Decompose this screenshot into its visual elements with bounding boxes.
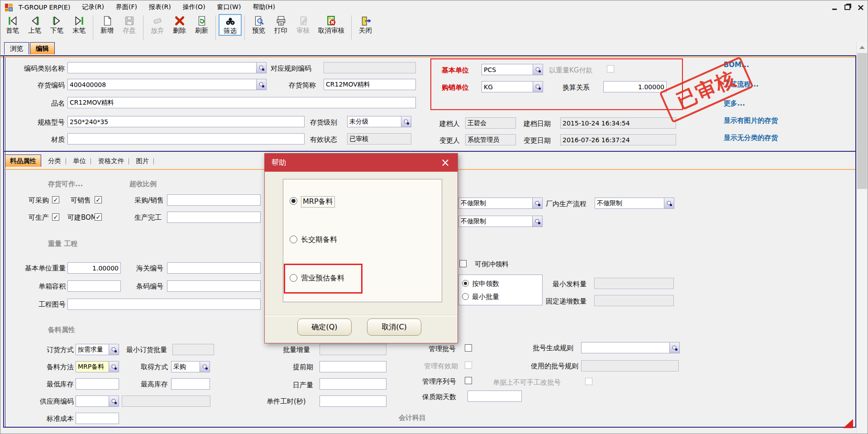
barcode-field[interactable] — [167, 280, 261, 292]
inv-code-field[interactable]: 400400008 — [67, 79, 267, 90]
subtab-image[interactable]: 图片 — [131, 155, 153, 167]
factory-flow-field[interactable]: 不做限制 — [595, 198, 674, 209]
close-button[interactable]: 关闭 — [354, 14, 377, 35]
base-unit-field[interactable]: PCS — [482, 64, 543, 75]
link-show-with-images[interactable]: 显示有图片的存货 — [724, 116, 778, 125]
min-stock-field[interactable] — [76, 378, 119, 390]
subtab-unit[interactable]: 单位 — [68, 155, 91, 167]
tab-browse[interactable]: 浏览 — [4, 42, 29, 54]
restore-button[interactable] — [842, 3, 852, 11]
vertical-scrollbar[interactable] — [856, 42, 868, 434]
bomable-checkbox[interactable] — [95, 213, 102, 221]
dialog-ok-button[interactable]: 确定(Q) — [297, 318, 352, 336]
menu-record[interactable]: 记录(R) — [76, 3, 110, 11]
filter-button[interactable]: 筛选 — [219, 14, 242, 36]
minimize-button[interactable] — [830, 3, 839, 11]
min-batch-radio[interactable] — [462, 293, 469, 300]
dialog-title-bar[interactable]: 帮助 — [265, 154, 458, 172]
lookup-icon[interactable] — [109, 396, 119, 406]
preview-button[interactable]: 预览 — [248, 14, 270, 35]
shelf-days-field[interactable] — [467, 391, 522, 402]
purchase-sale-field[interactable] — [167, 194, 261, 206]
subtab-item-attrs[interactable]: 料品属性 — [5, 154, 41, 167]
link-more[interactable]: 更多... — [724, 99, 745, 108]
restrict1-field[interactable]: 不做限制 — [458, 198, 543, 209]
prep-method-field[interactable]: MRP备料 — [76, 361, 119, 372]
base-weight-field[interactable]: 1.00000 — [67, 262, 121, 274]
lookup-icon[interactable] — [533, 82, 543, 92]
order-mode-field[interactable]: 按需求量 — [76, 344, 119, 355]
toolbar-separator — [244, 15, 245, 40]
menu-operate[interactable]: 操作(O) — [177, 3, 211, 11]
option-mrp-label[interactable]: MRP备料 — [301, 196, 335, 207]
manage-serial-checkbox[interactable] — [465, 377, 472, 384]
lookup-icon[interactable] — [401, 116, 411, 127]
prev-record-button[interactable]: 上笔 — [24, 14, 46, 35]
product-name-field[interactable]: CR12MOV精料 — [67, 97, 416, 108]
drawing-field[interactable] — [67, 299, 261, 310]
cancel-audit-button[interactable]: 取消审核 — [314, 14, 348, 35]
scrollbar-thumb[interactable] — [857, 53, 867, 189]
first-record-button[interactable]: 首笔 — [1, 14, 24, 35]
lookup-icon[interactable] — [533, 64, 543, 75]
scroll-up-icon[interactable] — [858, 43, 867, 51]
sellable-checkbox[interactable] — [95, 196, 102, 203]
print-button[interactable]: 打印 — [270, 14, 292, 35]
lookup-icon[interactable] — [109, 362, 119, 372]
code-category-field[interactable] — [67, 62, 267, 73]
purchasable-checkbox[interactable] — [52, 196, 59, 203]
delete-button[interactable]: 删除 — [168, 14, 191, 35]
spec-field[interactable]: 250*240*35 — [67, 116, 305, 127]
option-longlead-label[interactable]: 长交期备料 — [301, 235, 337, 245]
menu-interface[interactable]: 界面(F) — [110, 3, 143, 11]
customs-field[interactable] — [167, 262, 261, 274]
acquire-field[interactable]: 采购 — [171, 361, 210, 372]
refresh-button[interactable]: 刷新 — [191, 14, 213, 35]
subtab-qualification[interactable]: 资格文件 — [93, 155, 129, 167]
supplier-field[interactable] — [76, 395, 119, 407]
option-mrp-radio[interactable] — [290, 197, 297, 205]
trade-unit-field[interactable]: KG — [482, 81, 543, 92]
unit-hours-field[interactable] — [320, 395, 386, 407]
last-record-button[interactable]: 末笔 — [68, 14, 90, 35]
next-record-button[interactable]: 下笔 — [46, 14, 68, 35]
lookup-icon[interactable] — [200, 362, 210, 372]
menu-app[interactable]: T-GROUP ERP(E) — [13, 4, 76, 11]
option-longlead-radio[interactable] — [290, 236, 297, 243]
material-field[interactable] — [67, 133, 305, 145]
lookup-icon[interactable] — [532, 216, 542, 227]
tab-edit[interactable]: 编辑 — [30, 42, 55, 54]
option-forecast-label[interactable]: 营业预估备料 — [301, 274, 344, 283]
menu-window[interactable]: 窗口(W) — [211, 3, 247, 11]
subtab-category[interactable]: 分类 — [43, 155, 66, 167]
max-stock-field[interactable] — [171, 378, 210, 390]
box-volume-field[interactable] — [67, 280, 121, 292]
lookup-icon[interactable] — [664, 198, 674, 208]
lead-time-field[interactable] — [320, 361, 386, 372]
inv-level-field[interactable]: 未分级 — [347, 116, 411, 127]
manage-batch-checkbox[interactable] — [465, 344, 472, 352]
lookup-icon[interactable] — [256, 63, 266, 73]
new-button[interactable]: 新增 — [96, 14, 118, 35]
std-cost-field[interactable] — [76, 413, 119, 424]
link-show-unclassified[interactable]: 显示无分类的存货 — [724, 134, 778, 142]
producible-checkbox[interactable] — [52, 213, 59, 221]
close-window-button[interactable] — [856, 3, 866, 11]
batch-rule-field[interactable] — [581, 342, 680, 353]
dialog-close-icon[interactable] — [440, 157, 451, 168]
lookup-icon[interactable] — [669, 342, 679, 353]
inv-short-field[interactable]: CR12MOV精料 — [324, 79, 416, 90]
menu-report[interactable]: 报表(R) — [143, 3, 177, 11]
lookup-icon[interactable] — [109, 344, 119, 355]
backflush-checkbox[interactable] — [459, 260, 467, 267]
daily-output-field[interactable] — [320, 378, 386, 390]
option-forecast-radio[interactable] — [290, 274, 297, 282]
conversion-field[interactable]: 1.00000 — [603, 81, 667, 92]
dialog-cancel-button[interactable]: 取消(C) — [367, 318, 421, 336]
production-finish-field[interactable] — [167, 212, 261, 223]
restrict2-field[interactable]: 不做限制 — [458, 216, 543, 227]
menu-help[interactable]: 帮助(H) — [247, 3, 281, 11]
lookup-icon[interactable] — [256, 79, 266, 90]
issue-by-apply-radio[interactable] — [462, 280, 469, 287]
lookup-icon[interactable] — [532, 198, 542, 208]
